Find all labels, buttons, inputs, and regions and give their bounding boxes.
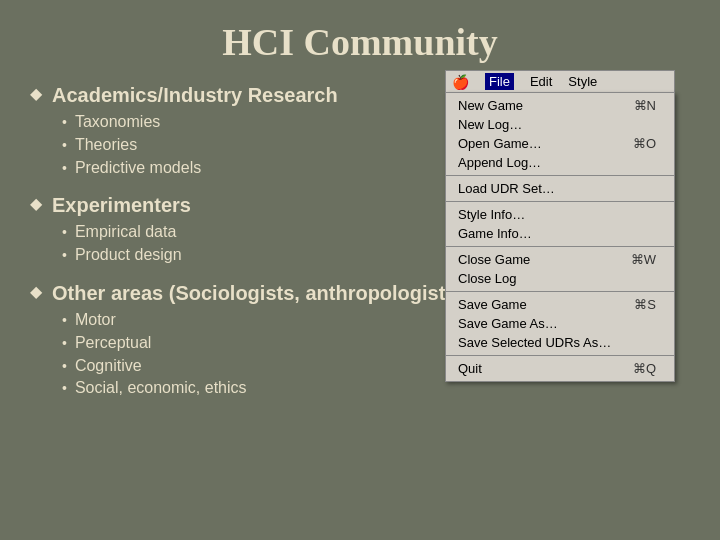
- menu-dropdown: New Game ⌘N New Log… Open Game… ⌘O Appen…: [445, 92, 675, 382]
- sub-bullet-text-3-1: Motor: [75, 310, 116, 331]
- sub-bullet-dot: •: [62, 335, 67, 351]
- sub-bullet-dot: •: [62, 137, 67, 153]
- menu-item-label-quit: Quit: [458, 361, 482, 376]
- sub-bullet-text-3-3: Cognitive: [75, 356, 142, 377]
- sub-bullet-text-1-3: Predictive models: [75, 158, 201, 179]
- sub-bullet-text-2-2: Product design: [75, 245, 182, 266]
- menu-item-new-game[interactable]: New Game ⌘N: [446, 96, 674, 115]
- menu-bar-file[interactable]: File: [485, 73, 514, 90]
- menu-item-close-log[interactable]: Close Log: [446, 269, 674, 288]
- slide: HCI Community ◆ Academics/Industry Resea…: [0, 0, 720, 540]
- menu-item-save-selected-udrs[interactable]: Save Selected UDRs As…: [446, 333, 674, 352]
- menu-item-game-info[interactable]: Game Info…: [446, 224, 674, 243]
- menu-item-style-info[interactable]: Style Info…: [446, 205, 674, 224]
- sub-bullet-dot: •: [62, 312, 67, 328]
- menu-section-1: New Game ⌘N New Log… Open Game… ⌘O Appen…: [446, 93, 674, 176]
- menu-section-3: Style Info… Game Info…: [446, 202, 674, 247]
- mac-menu-container: 🍎 File Edit Style New Game ⌘N New Log…: [445, 70, 675, 382]
- menu-item-label-style-info: Style Info…: [458, 207, 525, 222]
- menu-bar-edit[interactable]: Edit: [530, 74, 552, 89]
- menu-item-append-log[interactable]: Append Log…: [446, 153, 674, 172]
- menu-section-4: Close Game ⌘W Close Log: [446, 247, 674, 292]
- menu-item-label-save-selected-udrs: Save Selected UDRs As…: [458, 335, 611, 350]
- menu-item-save-game[interactable]: Save Game ⌘S: [446, 295, 674, 314]
- sub-bullet-text-1-1: Taxonomies: [75, 112, 160, 133]
- bullet-diamond-1: ◆: [30, 84, 42, 103]
- menu-item-new-log[interactable]: New Log…: [446, 115, 674, 134]
- sub-bullet-dot: •: [62, 247, 67, 263]
- slide-title: HCI Community: [30, 20, 690, 64]
- menu-item-shortcut-open-game: ⌘O: [633, 136, 656, 151]
- menu-item-save-game-as[interactable]: Save Game As…: [446, 314, 674, 333]
- bullet-main-text-1: Academics/Industry Research: [52, 82, 338, 108]
- menu-item-shortcut-save-game: ⌘S: [634, 297, 656, 312]
- menu-item-label-game-info: Game Info…: [458, 226, 532, 241]
- menu-item-close-game[interactable]: Close Game ⌘W: [446, 250, 674, 269]
- sub-bullet-text-2-1: Empirical data: [75, 222, 176, 243]
- menu-item-label-new-game: New Game: [458, 98, 523, 113]
- menu-section-6: Quit ⌘Q: [446, 356, 674, 381]
- menu-item-quit[interactable]: Quit ⌘Q: [446, 359, 674, 378]
- sub-bullet-text-3-2: Perceptual: [75, 333, 152, 354]
- bullet-main-text-2: Experimenters: [52, 192, 191, 218]
- menu-item-label-open-game: Open Game…: [458, 136, 542, 151]
- menu-item-label-load-udr: Load UDR Set…: [458, 181, 555, 196]
- menu-item-shortcut-close-game: ⌘W: [631, 252, 656, 267]
- sub-bullet-dot: •: [62, 380, 67, 396]
- menu-item-label-close-log: Close Log: [458, 271, 517, 286]
- menu-section-2: Load UDR Set…: [446, 176, 674, 202]
- menu-item-shortcut-quit: ⌘Q: [633, 361, 656, 376]
- menu-item-label-append-log: Append Log…: [458, 155, 541, 170]
- menu-bar-style[interactable]: Style: [568, 74, 597, 89]
- menu-item-shortcut-new-game: ⌘N: [634, 98, 656, 113]
- sub-bullet-text-3-4: Social, economic, ethics: [75, 378, 247, 399]
- menu-item-label-new-log: New Log…: [458, 117, 522, 132]
- sub-bullet-dot: •: [62, 160, 67, 176]
- sub-bullet-dot: •: [62, 114, 67, 130]
- sub-bullet-dot: •: [62, 224, 67, 240]
- bullet-diamond-2: ◆: [30, 194, 42, 213]
- menu-section-5: Save Game ⌘S Save Game As… Save Selected…: [446, 292, 674, 356]
- sub-bullet-text-1-2: Theories: [75, 135, 137, 156]
- menu-item-label-close-game: Close Game: [458, 252, 530, 267]
- menu-item-label-save-game-as: Save Game As…: [458, 316, 558, 331]
- content-area: ◆ Academics/Industry Research • Taxonomi…: [30, 82, 690, 520]
- bullet-diamond-3: ◆: [30, 282, 42, 301]
- menu-item-open-game[interactable]: Open Game… ⌘O: [446, 134, 674, 153]
- sub-bullet-dot: •: [62, 358, 67, 374]
- apple-logo-icon[interactable]: 🍎: [452, 74, 469, 90]
- menu-item-label-save-game: Save Game: [458, 297, 527, 312]
- menu-item-load-udr[interactable]: Load UDR Set…: [446, 179, 674, 198]
- menu-bar[interactable]: 🍎 File Edit Style: [445, 70, 675, 92]
